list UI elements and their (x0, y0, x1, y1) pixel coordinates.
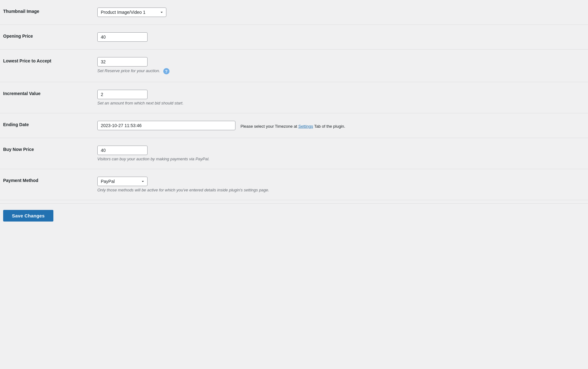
ending-date-note-prefix: Please select your Timezone at (240, 124, 298, 129)
payment-method-row: Payment Method PayPal Stripe Manual Only… (0, 169, 588, 200)
opening-price-input[interactable] (97, 32, 148, 42)
payment-method-select[interactable]: PayPal Stripe Manual (97, 177, 148, 186)
incremental-value-input[interactable] (97, 90, 148, 99)
lowest-price-content: Set Reserve price for your auction. ? (91, 56, 588, 76)
ending-date-row: Ending Date Please select your Timezone … (0, 113, 588, 138)
buy-now-price-label: Buy Now Price (0, 144, 91, 152)
buy-now-price-input[interactable] (97, 146, 148, 155)
ending-date-inner: Please select your Timezone at Settings … (97, 121, 585, 130)
form-container: Thumbnail Image Product Image/Video 1 Pr… (0, 0, 588, 369)
payment-method-label: Payment Method (0, 175, 91, 183)
payment-method-help: Only those methods will be active for wh… (97, 188, 585, 192)
buy-now-price-row: Buy Now Price Visitors can buy your auct… (0, 138, 588, 169)
lowest-price-input[interactable] (97, 57, 148, 67)
opening-price-content (91, 31, 588, 43)
lowest-price-help: Set Reserve price for your auction. ? (97, 68, 585, 74)
save-changes-button[interactable]: Save Changes (3, 210, 53, 222)
incremental-value-content: Set an amount from which next bid should… (91, 88, 588, 107)
buy-now-price-help: Visitors can buy your auction by making … (97, 157, 585, 161)
thumbnail-image-label: Thumbnail Image (0, 6, 91, 14)
thumbnail-image-content: Product Image/Video 1 Product Image/Vide… (91, 6, 588, 18)
lowest-price-help-text: Set Reserve price for your auction. (97, 68, 160, 73)
buy-now-price-content: Visitors can buy your auction by making … (91, 144, 588, 163)
incremental-value-row: Incremental Value Set an amount from whi… (0, 82, 588, 113)
incremental-value-help: Set an amount from which next bid should… (97, 101, 585, 105)
ending-date-note-suffix: Tab of the plugin. (313, 124, 345, 129)
lowest-price-row: Lowest Price to Accept Set Reserve price… (0, 50, 588, 82)
opening-price-label: Opening Price (0, 31, 91, 39)
thumbnail-image-select[interactable]: Product Image/Video 1 Product Image/Vide… (97, 8, 166, 17)
lowest-price-help-icon[interactable]: ? (163, 68, 170, 74)
save-changes-section: Save Changes (0, 203, 588, 228)
ending-date-input[interactable] (97, 121, 235, 130)
ending-date-label: Ending Date (0, 120, 91, 127)
opening-price-row: Opening Price (0, 25, 588, 50)
payment-method-content: PayPal Stripe Manual Only those methods … (91, 175, 588, 194)
thumbnail-image-row: Thumbnail Image Product Image/Video 1 Pr… (0, 0, 588, 25)
ending-date-content: Please select your Timezone at Settings … (91, 120, 588, 131)
lowest-price-label: Lowest Price to Accept (0, 56, 91, 63)
incremental-value-label: Incremental Value (0, 88, 91, 96)
settings-link[interactable]: Settings (298, 124, 313, 129)
ending-date-note: Please select your Timezone at Settings … (240, 121, 345, 130)
